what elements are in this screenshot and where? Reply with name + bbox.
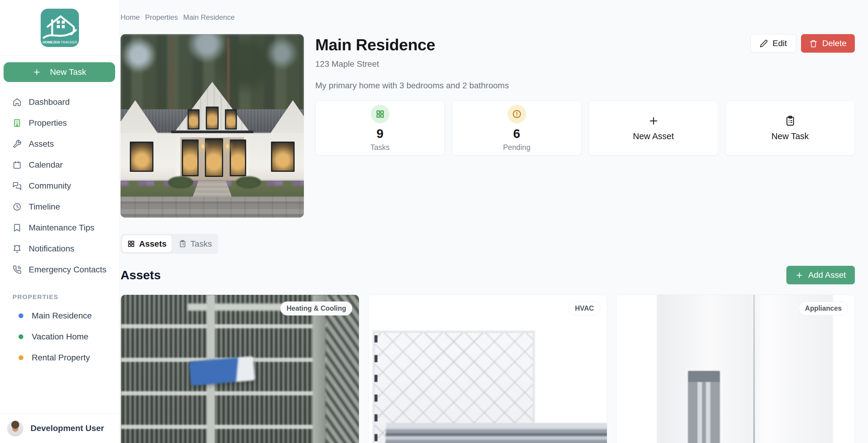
grid-icon-circle	[371, 105, 390, 123]
page-title: Main Residence	[315, 35, 435, 54]
house-logo-icon: HOMEZENTRACKER	[41, 9, 79, 47]
sidebar-property-main-residence[interactable]: Main Residence	[0, 305, 119, 326]
hvac-condenser-image	[121, 295, 359, 443]
new-task-card-button[interactable]: New Task	[725, 100, 855, 156]
property-photo	[121, 34, 304, 217]
property-label: Vacation Home	[32, 332, 88, 342]
chat-bubbles-icon	[12, 181, 22, 190]
sidebar-item-label: Maintenance Tips	[29, 223, 94, 233]
sidebar-item-community[interactable]: Community	[0, 175, 119, 196]
blue-dot-icon	[19, 314, 23, 318]
sidebar-item-notifications[interactable]: Notifications	[0, 238, 119, 259]
pending-stat-card: 6 Pending	[452, 100, 582, 156]
pending-count: 6	[513, 127, 520, 140]
asset-card-refrigerator[interactable]: Appliances	[616, 295, 855, 443]
edit-button[interactable]: Edit	[750, 34, 796, 53]
tab-tasks[interactable]: Tasks	[174, 235, 217, 252]
new-asset-card-label: New Asset	[633, 131, 674, 141]
sidebar-item-label: Dashboard	[29, 97, 70, 107]
home-icon	[12, 97, 22, 107]
user-menu[interactable]: Development User	[0, 413, 119, 443]
sidebar-item-properties[interactable]: Properties	[0, 113, 119, 134]
breadcrumb-current: Main Residence	[183, 13, 235, 22]
sidebar-item-assets[interactable]: Assets	[0, 134, 119, 154]
sidebar-item-label: Timeline	[29, 202, 60, 212]
property-label: Rental Property	[32, 353, 90, 362]
main-content: Home Properties Main Residence	[120, 0, 868, 443]
delete-label: Delete	[822, 39, 846, 48]
refrigerator-image	[616, 295, 855, 443]
sidebar-item-label: Community	[29, 181, 71, 191]
new-task-card-label: New Task	[771, 131, 809, 141]
sidebar-item-emergency-contacts[interactable]: Emergency Contacts	[0, 259, 119, 280]
new-asset-card-button[interactable]: New Asset	[589, 100, 718, 156]
trash-icon	[809, 39, 817, 48]
homezen-logo[interactable]: HOMEZENTRACKER	[41, 9, 79, 47]
pending-count-label: Pending	[503, 143, 531, 152]
sidebar: HOMEZENTRACKER New Task Dashboard Proper…	[0, 0, 120, 443]
property-description: My primary home with 3 bedrooms and 2 ba…	[315, 81, 855, 90]
property-info: Main Residence Edit Delete 123 Maple Str…	[315, 34, 855, 217]
tab-tasks-label: Tasks	[190, 239, 212, 249]
calendar-icon	[12, 160, 22, 170]
svg-text:HOMEZENTRACKER: HOMEZENTRACKER	[42, 40, 77, 44]
plus-icon	[33, 68, 41, 76]
sidebar-item-calendar[interactable]: Calendar	[0, 154, 119, 175]
assets-tasks-tabs: Assets Tasks	[121, 234, 218, 254]
grid-icon	[375, 109, 385, 119]
property-label: Main Residence	[32, 311, 92, 321]
delete-button[interactable]: Delete	[801, 34, 855, 53]
breadcrumb: Home Properties Main Residence	[121, 0, 855, 22]
tab-assets-label: Assets	[139, 239, 166, 249]
avatar	[7, 420, 23, 436]
orange-dot-icon	[19, 355, 23, 360]
property-address: 123 Maple Street	[315, 59, 855, 69]
alert-icon-circle	[507, 105, 526, 123]
sidebar-property-rental-property[interactable]: Rental Property	[0, 347, 119, 368]
bookmark-icon	[12, 223, 22, 232]
plus-icon	[795, 271, 803, 279]
sidebar-item-dashboard[interactable]: Dashboard	[0, 92, 119, 113]
category-badge: Heating & Cooling	[280, 301, 352, 316]
sidebar-item-label: Emergency Contacts	[29, 265, 106, 274]
sidebar-nav: Dashboard Properties Assets Calendar Com…	[0, 92, 119, 280]
add-asset-label: Add Asset	[808, 270, 846, 280]
assets-section-header: Assets Add Asset	[121, 266, 855, 284]
wrench-icon	[12, 140, 22, 148]
clipboard-icon	[784, 115, 796, 127]
sidebar-item-label: Properties	[29, 118, 67, 128]
grid-icon	[127, 240, 135, 248]
phone-icon	[12, 265, 22, 274]
asset-card-hvac-condenser[interactable]: Heating & Cooling	[121, 295, 359, 443]
tasks-count: 9	[377, 127, 383, 140]
pencil-icon	[760, 39, 768, 48]
new-task-label: New Task	[50, 67, 86, 77]
clipboard-icon	[179, 240, 187, 248]
building-icon	[12, 119, 22, 127]
logo-container: HOMEZENTRACKER	[0, 0, 119, 56]
category-badge: Appliances	[799, 301, 848, 316]
sidebar-item-maintenance-tips[interactable]: Maintenance Tips	[0, 217, 119, 238]
properties-section-header: PROPERTIES	[12, 293, 119, 300]
tab-assets[interactable]: Assets	[122, 235, 172, 252]
air-filter-image	[369, 295, 607, 443]
sidebar-item-label: Notifications	[29, 244, 74, 254]
bell-icon	[12, 244, 22, 253]
breadcrumb-properties[interactable]: Properties	[145, 13, 178, 22]
user-name: Development User	[31, 423, 104, 433]
new-task-button[interactable]: New Task	[4, 62, 115, 82]
property-header: Main Residence Edit Delete 123 Maple Str…	[121, 34, 855, 217]
sidebar-item-label: Calendar	[29, 160, 63, 170]
asset-card-air-filter[interactable]: HVAC	[368, 295, 607, 443]
clock-icon	[12, 202, 22, 211]
edit-label: Edit	[773, 39, 787, 48]
tasks-stat-card: 9 Tasks	[315, 100, 445, 156]
sidebar-item-label: Assets	[29, 139, 54, 149]
add-asset-button[interactable]: Add Asset	[786, 266, 855, 284]
sidebar-property-vacation-home[interactable]: Vacation Home	[0, 326, 119, 347]
properties-list: Main Residence Vacation Home Rental Prop…	[0, 305, 119, 368]
stats-row: 9 Tasks 6 Pending New Asset New Task	[315, 100, 855, 156]
breadcrumb-home[interactable]: Home	[121, 13, 140, 22]
asset-cards: Heating & Cooling HVAC Applian	[121, 295, 855, 443]
sidebar-item-timeline[interactable]: Timeline	[0, 196, 119, 217]
